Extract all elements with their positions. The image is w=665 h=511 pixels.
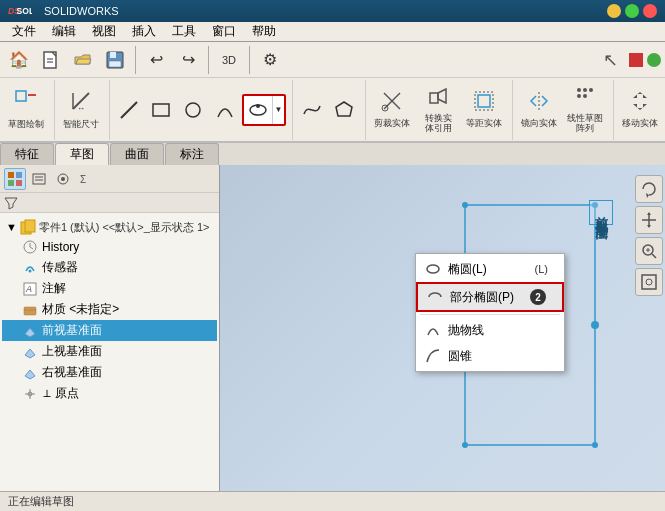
annotation-label: 注解 — [42, 280, 66, 297]
menu-help[interactable]: 帮助 — [244, 22, 284, 41]
svg-point-26 — [577, 88, 581, 92]
ellipse-dropdown-button[interactable]: ▼ — [272, 96, 284, 124]
status-text: 正在编辑草图 — [8, 494, 74, 509]
trim-icon — [381, 90, 403, 117]
redo-button[interactable]: ↪ — [173, 45, 203, 75]
zoom-button[interactable] — [635, 237, 663, 265]
pan-button[interactable] — [635, 206, 663, 234]
rotate-view-button[interactable] — [635, 175, 663, 203]
canvas-area[interactable]: 前视基准面 椭圆(L) (L) — [220, 165, 665, 511]
parabola-label: 抛物线 — [448, 322, 484, 339]
tree-item-material[interactable]: 材质 <未指定> — [2, 299, 217, 320]
fit-button[interactable] — [635, 268, 663, 296]
ellipse-shortcut: (L) — [535, 263, 548, 275]
menu-edit[interactable]: 编辑 — [44, 22, 84, 41]
svg-point-53 — [462, 202, 468, 208]
tree-item-sensor[interactable]: 传感器 — [2, 257, 217, 278]
svg-rect-33 — [8, 180, 14, 186]
sensor-icon — [22, 260, 38, 276]
smart-dim-button[interactable]: ↔ 智能尺寸 — [59, 83, 103, 137]
mirror-button[interactable]: 镜向实体 — [517, 83, 561, 137]
options-button[interactable]: ⚙ — [255, 45, 285, 75]
menu-window[interactable]: 窗口 — [204, 22, 244, 41]
dropdown-item-parabola[interactable]: 抛物线 — [416, 317, 564, 343]
dropdown-item-conic[interactable]: 圆锥 — [416, 343, 564, 369]
svg-line-62 — [652, 254, 656, 258]
circle-button[interactable] — [178, 95, 208, 125]
left-panel: Σ ▼ 零件1 (默认) <<默认>_显示状态 1> History — [0, 165, 220, 511]
tab-surface[interactable]: 曲面 — [110, 143, 164, 165]
svg-line-13 — [121, 102, 137, 118]
ellipse-button[interactable] — [244, 96, 272, 124]
open-button[interactable] — [68, 45, 98, 75]
svg-marker-18 — [336, 102, 352, 116]
svg-rect-32 — [16, 172, 22, 178]
svg-point-66 — [646, 279, 652, 285]
dropdown-item-partial-ellipse[interactable]: 部分椭圆(P) 2 — [416, 282, 564, 312]
spline-button[interactable] — [297, 95, 327, 125]
tab-sketch[interactable]: 草图 — [55, 143, 109, 165]
home-button[interactable]: 🏠 — [4, 45, 34, 75]
svg-text:Σ: Σ — [80, 174, 86, 185]
menu-file[interactable]: 文件 — [4, 22, 44, 41]
trim-button[interactable]: 剪裁实体 — [370, 83, 414, 137]
svg-point-30 — [583, 94, 587, 98]
expand-icon: ▼ — [6, 221, 17, 233]
new-button[interactable] — [36, 45, 66, 75]
right-plane-icon — [22, 365, 38, 381]
svg-rect-31 — [8, 172, 14, 178]
svg-point-28 — [589, 88, 593, 92]
tree-item-annotation[interactable]: A 注解 — [2, 278, 217, 299]
array-button[interactable]: 线性草图阵列 — [563, 83, 607, 137]
sensor-label: 传感器 — [42, 259, 78, 276]
save-button[interactable] — [100, 45, 130, 75]
history-icon — [22, 239, 38, 255]
feature-tree-button[interactable] — [4, 168, 26, 190]
part-icon — [20, 219, 36, 235]
dropdown-item-ellipse[interactable]: 椭圆(L) (L) — [416, 256, 564, 282]
mirror-icon — [528, 90, 550, 117]
line-button[interactable] — [114, 95, 144, 125]
config-manager-button[interactable] — [52, 168, 74, 190]
tree-item-origin[interactable]: ⊥ 原点 — [2, 383, 217, 404]
tree-item-front-plane[interactable]: 前视基准面 — [2, 320, 217, 341]
undo-button[interactable]: ↩ — [141, 45, 171, 75]
cursor-button[interactable]: ↖ — [595, 45, 625, 75]
ellipse-label: 椭圆(L) — [448, 261, 487, 278]
minimize-button[interactable] — [607, 4, 621, 18]
svg-rect-6 — [110, 52, 116, 58]
svg-point-56 — [592, 442, 598, 448]
maximize-button[interactable] — [625, 4, 639, 18]
tree-item-history[interactable]: History — [2, 237, 217, 257]
ellipse-menu-icon — [424, 260, 442, 278]
sketch-button[interactable]: 草图绘制 — [4, 83, 48, 137]
arc-button[interactable] — [210, 95, 240, 125]
svg-rect-65 — [642, 275, 656, 289]
top-plane-icon — [22, 344, 38, 360]
filter-row — [0, 193, 219, 213]
conic-menu-icon — [424, 347, 442, 365]
offset-button[interactable]: 等距实体 — [462, 83, 506, 137]
menu-view[interactable]: 视图 — [84, 22, 124, 41]
origin-icon — [22, 386, 38, 402]
trim-label: 剪裁实体 — [374, 119, 410, 129]
menu-insert[interactable]: 插入 — [124, 22, 164, 41]
polygon-button[interactable] — [329, 95, 359, 125]
tree-item-right-plane[interactable]: 右视基准面 — [2, 362, 217, 383]
tab-features[interactable]: 特征 — [0, 143, 54, 165]
dim-expert-button[interactable]: Σ — [76, 168, 98, 190]
svg-point-17 — [256, 104, 260, 108]
view3d-button[interactable]: 3D — [214, 45, 244, 75]
svg-marker-59 — [647, 212, 651, 215]
dropdown-menu: 椭圆(L) (L) 部分椭圆(P) 2 抛物线 — [415, 253, 565, 372]
rectangle-button[interactable] — [146, 95, 176, 125]
tree-root[interactable]: ▼ 零件1 (默认) <<默认>_显示状态 1> — [2, 217, 217, 237]
convert-button[interactable]: 转换实体引用 — [416, 83, 460, 137]
tab-markup[interactable]: 标注 — [165, 143, 219, 165]
menu-tools[interactable]: 工具 — [164, 22, 204, 41]
close-button[interactable] — [643, 4, 657, 18]
svg-rect-14 — [153, 104, 169, 116]
tree-item-top-plane[interactable]: 上视基准面 — [2, 341, 217, 362]
move-button[interactable]: 移动实体 — [618, 83, 662, 137]
property-manager-button[interactable] — [28, 168, 50, 190]
